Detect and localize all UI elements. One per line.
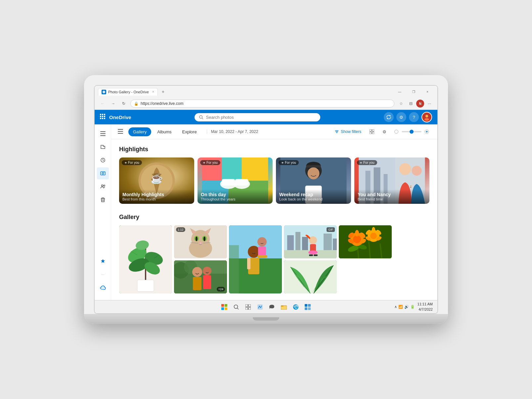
taskbar-date: 4/7/2022 (418, 307, 433, 312)
svg-rect-59 (410, 187, 412, 188)
taskbar-edge[interactable] (290, 302, 301, 312)
svg-point-18 (102, 173, 104, 174)
taskbar-clock: 11:11 AM 4/7/2022 (418, 302, 433, 312)
sync-icon[interactable] (384, 112, 394, 122)
svg-line-146 (237, 308, 239, 309)
tab-albums[interactable]: Albums (153, 127, 176, 136)
svg-rect-26 (118, 133, 123, 134)
settings-view-btn[interactable]: ⚙ (380, 127, 389, 136)
highlight-title-1: Monthly Highlights (122, 192, 191, 197)
zoom-slider[interactable] (402, 131, 421, 132)
svg-rect-108 (314, 254, 318, 256)
sidebar-item-menu[interactable] (97, 128, 109, 140)
gallery-item-leaves[interactable] (284, 260, 337, 293)
gallery-item-family[interactable] (229, 225, 282, 293)
zoom-out-btn[interactable] (392, 128, 400, 136)
view-toggle-btn-1[interactable] (367, 127, 377, 136)
settings-icon[interactable]: ⚙ (396, 112, 406, 122)
taskbar-chat[interactable] (267, 302, 277, 312)
show-filters-btn[interactable]: Show filters (332, 128, 364, 135)
minimize-btn[interactable]: — (393, 88, 406, 96)
svg-rect-31 (372, 129, 374, 131)
svg-rect-150 (248, 307, 251, 310)
for-you-badge-4: For you (357, 160, 377, 165)
for-you-badge-1: For you (122, 160, 142, 165)
svg-point-9 (200, 115, 202, 118)
back-btn[interactable]: ← (98, 99, 107, 108)
gallery-item-friends[interactable]: +24 (174, 260, 227, 293)
sidebar-item-people[interactable] (97, 181, 109, 193)
taskbar-search[interactable] (231, 302, 242, 312)
new-tab-btn[interactable]: + (159, 88, 167, 96)
favorites-btn[interactable]: ☆ (396, 99, 406, 108)
svg-rect-147 (245, 304, 248, 307)
browser-tab[interactable]: Photo Gallery - OneDrive × (98, 88, 158, 96)
help-icon[interactable]: ? (409, 112, 419, 122)
main-content: Gallery Albums Explore Mar 10, 2022 - Ap… (111, 124, 437, 300)
svg-rect-6 (100, 118, 101, 119)
highlight-card-monthly[interactable]: For you Monthly Highlights Best from thi… (119, 157, 194, 204)
forward-btn[interactable]: → (109, 99, 118, 108)
taskbar-store[interactable] (302, 302, 313, 312)
sparkle-icon-4 (360, 161, 362, 164)
svg-line-10 (202, 118, 203, 119)
svg-rect-24 (118, 129, 123, 130)
svg-rect-48 (235, 179, 248, 186)
tab-gallery[interactable]: Gallery (128, 127, 151, 136)
app-grid-icon[interactable] (100, 114, 105, 120)
svg-rect-52 (306, 165, 321, 168)
gallery-item-skater[interactable]: GIF (284, 225, 337, 258)
gallery-item-cat[interactable]: 1:12 (174, 225, 227, 258)
zoom-controls (392, 128, 431, 136)
svg-rect-33 (372, 132, 374, 134)
svg-rect-93 (247, 258, 250, 269)
taskbar-time: 11:11 AM (418, 302, 433, 307)
zoom-in-btn[interactable] (423, 128, 431, 136)
address-bar[interactable]: 🔒 (130, 100, 394, 108)
taskbar-taskview[interactable] (243, 302, 253, 312)
highlight-card-onthisday[interactable]: For you On this day Throughout the years (198, 157, 273, 204)
sidebar-item-files[interactable] (97, 141, 109, 153)
gallery-item-marigold[interactable] (339, 225, 392, 258)
svg-rect-5 (104, 116, 105, 117)
highlight-card-weekend[interactable]: For you Weekend recap Look back on the w… (276, 157, 351, 204)
user-avatar[interactable] (421, 112, 432, 122)
collections-btn[interactable]: ⊟ (406, 99, 416, 108)
gif-badge: GIF (327, 227, 335, 232)
highlight-info-1: Monthly Highlights Best from this month (119, 189, 194, 204)
sub-menu-btn[interactable] (118, 129, 123, 135)
sidebar-item-premium[interactable] (97, 255, 109, 267)
highlight-card-nancy[interactable]: For you You and Nancy Best friend time (354, 157, 429, 204)
svg-rect-105 (310, 244, 316, 251)
restore-btn[interactable]: ❐ (407, 88, 420, 96)
sidebar-item-cloud[interactable] (97, 282, 109, 293)
svg-point-56 (399, 163, 411, 175)
taskbar-explorer[interactable] (279, 302, 289, 312)
svg-rect-157 (308, 307, 311, 310)
sidebar-item-photos[interactable] (97, 167, 109, 179)
tab-explore[interactable]: Explore (178, 127, 201, 136)
sidebar-item-recent[interactable] (97, 154, 109, 166)
more-btn[interactable]: ··· (425, 99, 434, 108)
svg-point-94 (257, 237, 267, 246)
sidebar-item-recycle[interactable] (97, 194, 109, 206)
url-input[interactable] (141, 101, 391, 106)
svg-rect-17 (101, 172, 105, 175)
gallery-item-plant[interactable] (119, 225, 172, 293)
svg-point-11 (425, 115, 428, 117)
search-box[interactable] (195, 113, 320, 121)
gallery-title: Gallery (119, 214, 429, 221)
refresh-btn[interactable]: ↻ (119, 99, 128, 108)
highlight-info-3: Weekend recap Look back on the weekend (276, 189, 351, 204)
close-btn[interactable]: × (421, 88, 434, 96)
svg-rect-154 (305, 304, 307, 307)
svg-point-124 (372, 227, 375, 233)
search-input[interactable] (206, 115, 316, 120)
sparkle-icon-3 (281, 161, 284, 164)
svg-rect-156 (305, 307, 307, 310)
tab-close-btn[interactable]: × (152, 90, 154, 94)
taskbar-start[interactable] (219, 302, 230, 312)
account-btn[interactable]: N (416, 100, 424, 108)
taskbar-widgets[interactable] (255, 302, 265, 312)
svg-rect-8 (104, 118, 105, 119)
